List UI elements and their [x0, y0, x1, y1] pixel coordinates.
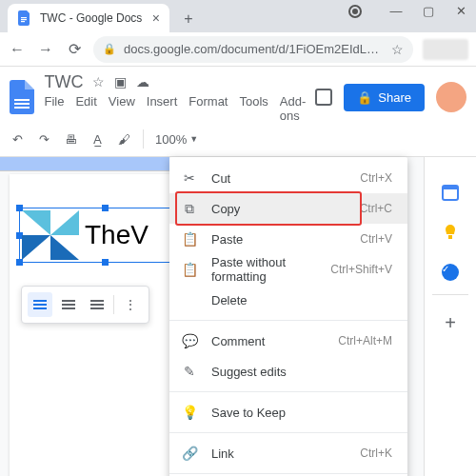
context-menu-separator	[169, 473, 407, 474]
keep-addon-icon[interactable]	[432, 214, 468, 250]
url-text: docs.google.com/document/d/1FiOEm2EIdLO1…	[124, 42, 384, 56]
context-menu-paste[interactable]: 📋PasteCtrl+V	[169, 224, 407, 254]
wrap-break-button[interactable]	[85, 292, 109, 317]
more-options-button[interactable]: ⋮	[118, 292, 143, 317]
star-document-icon[interactable]: ☆	[92, 74, 105, 89]
share-button[interactable]: 🔒 Share	[344, 84, 425, 111]
paint-format-button[interactable]: 🖌	[116, 132, 131, 147]
browser-titlebar: TWC - Google Docs × + — ▢ ✕	[0, 0, 476, 32]
context-menu-suggest-edits[interactable]: ✎Suggest edits	[169, 356, 407, 387]
context-menu: ✂CutCtrl+X⧉CopyCtrl+C📋PasteCtrl+V📋Paste …	[169, 157, 407, 476]
resize-handle[interactable]	[102, 205, 109, 211]
context-menu-save-to-keep[interactable]: 💡Save to Keep	[169, 397, 407, 427]
wrap-inline-button[interactable]	[28, 292, 52, 317]
ruler-selection	[0, 157, 169, 171]
user-avatar[interactable]	[436, 82, 466, 112]
keep-icon: 💡	[181, 405, 198, 420]
context-item-label: Delete	[211, 293, 392, 307]
context-item-label: Comment	[211, 334, 325, 348]
menu-addons[interactable]: Add-ons	[280, 94, 306, 123]
document-title[interactable]: TWC	[44, 72, 83, 92]
context-item-shortcut: Ctrl+X	[360, 171, 392, 185]
selected-image-object[interactable]: TheV	[19, 208, 190, 263]
menu-insert[interactable]: Insert	[147, 94, 178, 123]
tasks-addon-icon[interactable]: ✓	[442, 264, 459, 281]
redo-button[interactable]: ↷	[36, 132, 51, 147]
menu-format[interactable]: Format	[188, 94, 228, 123]
share-label: Share	[378, 90, 411, 105]
cloud-status-icon: ☁	[136, 74, 149, 89]
toolbar-wrap: ↶ ↷ 🖶 A̲ 🖌 100%▼	[0, 122, 476, 157]
paste-icon: 📋	[181, 231, 198, 247]
context-item-label: Suggest edits	[211, 365, 392, 379]
svg-rect-1	[21, 19, 27, 20]
menu-edit[interactable]: Edit	[75, 94, 96, 123]
context-item-label: Copy	[211, 202, 347, 216]
spellcheck-button[interactable]: A̲	[89, 132, 105, 147]
new-tab-button[interactable]: +	[175, 6, 202, 32]
comment-icon: 💬	[181, 333, 198, 348]
document-canvas: TheV ⋮ ✂CutCtrl+X⧉CopyCtrl+C📋PasteCtrl+V…	[0, 157, 476, 476]
context-item-label: Paste	[211, 232, 347, 247]
zoom-select[interactable]: 100%▼	[155, 132, 198, 147]
side-panel: ✓ +	[424, 157, 476, 476]
lock-icon: 🔒	[103, 43, 116, 55]
context-menu-separator	[169, 432, 407, 433]
close-button[interactable]: ✕	[451, 4, 470, 18]
undo-button[interactable]: ↶	[10, 132, 25, 147]
context-item-label: Cut	[211, 171, 347, 186]
context-item-shortcut: Ctrl+Alt+M	[338, 334, 392, 347]
add-addon-button[interactable]: +	[432, 305, 468, 341]
context-item-label: Paste without formatting	[211, 255, 317, 284]
context-item-shortcut: Ctrl+C	[360, 202, 392, 215]
docs-logo-icon[interactable]	[10, 80, 34, 114]
context-menu-delete[interactable]: Delete	[169, 285, 407, 315]
context-item-label: Save to Keep	[211, 406, 392, 420]
context-menu-link[interactable]: 🔗LinkCtrl+K	[169, 438, 407, 468]
svg-rect-0	[21, 17, 27, 18]
link-icon: 🔗	[181, 446, 198, 461]
suggest-icon: ✎	[181, 364, 198, 379]
svg-rect-2	[21, 21, 25, 22]
url-field[interactable]: 🔒 docs.google.com/document/d/1FiOEm2EIdL…	[93, 36, 413, 63]
maximize-button[interactable]: ▢	[419, 4, 438, 18]
browser-tab[interactable]: TWC - Google Docs ×	[8, 4, 169, 32]
docs-header: TWC ☆ ▣ ☁ File Edit View Insert Format T…	[0, 67, 476, 122]
docs-favicon	[17, 10, 32, 26]
side-panel-separator	[432, 294, 468, 295]
context-item-shortcut: Ctrl+V	[360, 232, 392, 246]
reload-button[interactable]: ⟳	[65, 40, 84, 58]
toolbar-separator	[143, 129, 144, 149]
tab-title: TWC - Google Docs	[40, 11, 145, 25]
context-item-shortcut: Ctrl+Shift+V	[330, 263, 392, 276]
context-menu-separator	[169, 320, 407, 321]
context-menu-copy[interactable]: ⧉CopyCtrl+C	[169, 193, 407, 224]
calendar-addon-icon[interactable]	[432, 174, 468, 210]
comments-icon[interactable]	[315, 89, 332, 106]
move-document-icon[interactable]: ▣	[114, 74, 127, 89]
bookmark-icon[interactable]: ☆	[391, 42, 404, 57]
tab-close-icon[interactable]: ×	[152, 10, 160, 26]
wrap-text-button[interactable]	[56, 292, 81, 317]
context-menu-comment[interactable]: 💬CommentCtrl+Alt+M	[169, 326, 407, 356]
context-menu-cut[interactable]: ✂CutCtrl+X	[169, 163, 407, 193]
context-menu-separator	[169, 391, 407, 392]
menu-bar: File Edit View Insert Format Tools Add-o…	[44, 94, 306, 123]
menu-file[interactable]: File	[44, 94, 64, 123]
menu-view[interactable]: View	[109, 94, 135, 123]
paste-plain-icon: 📋	[181, 262, 198, 277]
context-menu-paste-without-formatting[interactable]: 📋Paste without formattingCtrl+Shift+V	[169, 254, 407, 285]
account-icon[interactable]	[348, 5, 362, 18]
forward-button[interactable]: →	[36, 41, 55, 58]
minimize-button[interactable]: —	[387, 4, 406, 18]
share-lock-icon: 🔒	[357, 90, 372, 105]
context-item-label: Link	[211, 446, 347, 461]
back-button[interactable]: ←	[8, 41, 27, 58]
menu-tools[interactable]: Tools	[239, 94, 268, 123]
cut-icon: ✂	[181, 170, 198, 186]
image-float-toolbar: ⋮	[21, 286, 149, 324]
resize-handle[interactable]	[16, 259, 23, 266]
print-button[interactable]: 🖶	[63, 132, 78, 147]
resize-handle[interactable]	[102, 259, 109, 266]
copy-icon: ⧉	[181, 201, 198, 217]
